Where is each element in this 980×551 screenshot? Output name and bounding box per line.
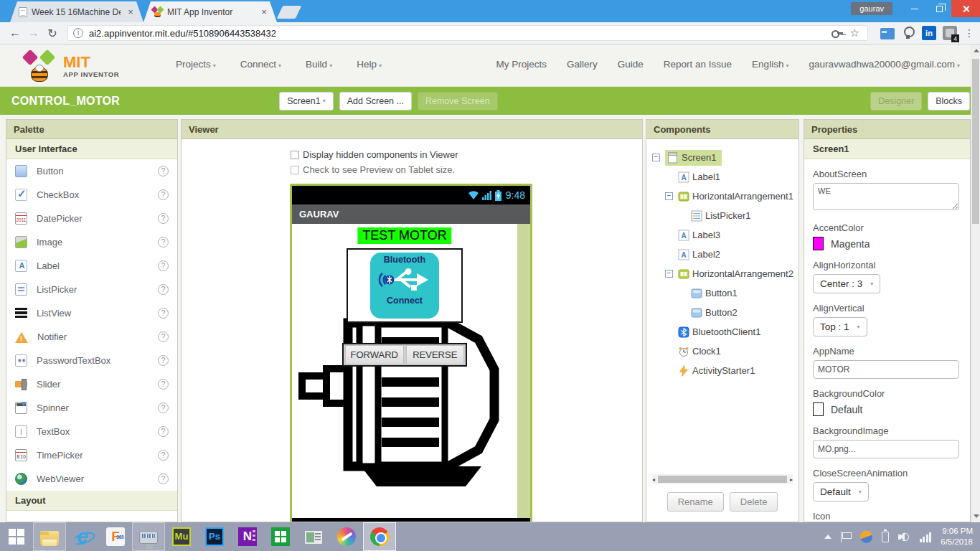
link-gallery[interactable]: Gallery [567, 59, 598, 70]
add-screen-button[interactable]: Add Screen ... [339, 92, 412, 110]
help-icon[interactable]: ? [158, 308, 169, 319]
default-color-swatch[interactable] [813, 402, 824, 416]
page-vertical-scrollbar[interactable] [971, 44, 980, 522]
bluetooth-listpicker[interactable]: Bluetooth Co [347, 248, 463, 323]
magenta-color-swatch[interactable] [813, 237, 824, 250]
tab-close-icon[interactable] [258, 6, 270, 18]
network-signal-icon[interactable] [920, 532, 932, 542]
bookmark-star-icon[interactable] [850, 27, 859, 39]
back-button[interactable]: ← [6, 27, 24, 39]
taskbar-file-explorer[interactable] [33, 522, 66, 551]
battery-icon[interactable] [882, 532, 889, 542]
help-icon[interactable]: ? [158, 426, 169, 437]
taskbar-fusion360[interactable] [99, 522, 132, 551]
palette-item-image[interactable]: Image? [6, 230, 177, 254]
designer-toggle-button[interactable]: Designer [870, 92, 922, 110]
help-icon[interactable]: ? [158, 213, 169, 224]
remove-screen-button[interactable]: Remove Screen [418, 92, 498, 110]
help-icon[interactable]: ? [158, 166, 169, 176]
link-my-projects[interactable]: My Projects [496, 59, 547, 70]
palette-item-button[interactable]: Button? [6, 159, 177, 183]
reverse-button[interactable]: REVERSE [406, 345, 465, 364]
taskbar-display-settings[interactable] [297, 522, 330, 551]
extension-window-icon[interactable] [880, 28, 895, 39]
tree-item-horizontalarrangement1[interactable]: HorizontalArrangement1 [646, 187, 798, 206]
window-minimize-button[interactable] [903, 0, 927, 17]
link-guide[interactable]: Guide [618, 59, 644, 70]
tree-item-button1[interactable]: Button1 [646, 283, 798, 303]
extension-lightbulb-icon[interactable] [901, 26, 915, 40]
taskbar-remote-desktop[interactable] [132, 522, 165, 551]
help-icon[interactable]: ? [158, 379, 169, 390]
help-icon[interactable]: ? [158, 260, 169, 271]
address-bar[interactable]: ai2.appinventor.mit.edu/#510890644353843… [67, 25, 868, 41]
taskbar-internet-explorer[interactable] [66, 522, 99, 551]
tablet-preview-checkbox[interactable] [291, 166, 299, 174]
url-text[interactable]: ai2.appinventor.mit.edu/#510890644353843… [89, 28, 827, 39]
backgroundimage-input[interactable] [813, 440, 959, 458]
palette-item-listview[interactable]: ListView? [6, 301, 177, 325]
tree-item-screen1[interactable]: Screen1 [646, 148, 798, 167]
scrollbar-thumb[interactable] [972, 59, 979, 224]
language-selector[interactable]: English [752, 59, 788, 70]
palette-item-checkbox[interactable]: CheckBox? [6, 183, 177, 207]
test-motor-label[interactable]: TEST MOTOR [357, 227, 451, 244]
link-report-issue[interactable]: Report an Issue [664, 59, 732, 70]
palette-item-listpicker[interactable]: ListPicker? [6, 278, 177, 301]
window-close-button[interactable] [951, 0, 980, 17]
menu-build[interactable]: Build [306, 59, 332, 70]
accentcolor-picker[interactable]: Magenta [813, 237, 961, 250]
appname-input[interactable] [813, 360, 959, 379]
help-icon[interactable]: ? [158, 402, 169, 413]
reload-button[interactable]: ↻ [43, 27, 62, 40]
palette-item-slider[interactable]: Slider? [6, 372, 177, 396]
new-tab-button[interactable] [277, 6, 301, 19]
extension-icon[interactable]: 4 [943, 26, 957, 40]
site-info-icon[interactable] [73, 28, 83, 38]
hidden-components-checkbox[interactable] [291, 151, 299, 159]
action-center-flag-icon[interactable] [841, 532, 851, 542]
menu-projects[interactable]: Projects [176, 59, 216, 70]
tree-item-button2[interactable]: Button2 [646, 303, 798, 322]
help-icon[interactable]: ? [158, 237, 169, 248]
alignhorizontal-dropdown[interactable]: Center : 3 [813, 274, 880, 293]
volume-icon[interactable] [898, 532, 910, 542]
password-key-icon[interactable] [831, 27, 843, 39]
rename-button[interactable]: Rename [667, 492, 724, 512]
tab-close-icon[interactable] [125, 6, 136, 18]
scroll-right-icon[interactable]: ▸ [790, 476, 793, 483]
backgroundcolor-picker[interactable]: Default [813, 402, 961, 416]
scroll-down-icon[interactable] [974, 514, 979, 518]
palette-item-timepicker[interactable]: TimePicker? [6, 443, 177, 467]
aboutscreen-textarea[interactable]: WE [813, 183, 959, 210]
menu-help[interactable]: Help [357, 59, 382, 70]
taskbar-chrome[interactable] [363, 522, 396, 551]
palette-section-user-interface[interactable]: User Interface [6, 139, 177, 159]
tray-show-hidden-icons[interactable] [824, 534, 831, 539]
palette-item-webviewer[interactable]: WebViewer? [6, 467, 177, 491]
forward-button[interactable]: → [24, 27, 43, 39]
linkedin-extension-icon[interactable] [922, 26, 936, 40]
collapse-icon[interactable] [665, 192, 673, 200]
tree-item-label3[interactable]: A Label3 [646, 225, 798, 245]
browser-profile-button[interactable]: gaurav [851, 2, 892, 15]
collapse-icon[interactable] [652, 154, 660, 161]
start-button[interactable] [0, 522, 33, 551]
blocks-toggle-button[interactable]: Blocks [928, 92, 970, 110]
palette-item-textbox[interactable]: TextBox? [6, 420, 177, 443]
palette-item-notifier[interactable]: Notifier? [6, 325, 177, 349]
taskbar-krita[interactable] [330, 522, 363, 551]
scrollbar-thumb[interactable] [658, 476, 787, 483]
menu-connect[interactable]: Connect [240, 59, 281, 70]
palette-item-datepicker[interactable]: DatePicker? [6, 207, 177, 230]
tree-item-listpicker1[interactable]: ListPicker1 [646, 206, 798, 225]
help-icon[interactable]: ? [158, 189, 169, 200]
account-menu[interactable]: gauravwadhwa20000@gmail.com [809, 59, 960, 70]
taskbar-adobe-muse[interactable] [165, 522, 198, 551]
forward-button[interactable]: FORWARD [345, 345, 404, 364]
alignvertical-dropdown[interactable]: Top : 1 [813, 317, 867, 336]
delete-button[interactable]: Delete [730, 492, 778, 512]
tree-item-label2[interactable]: A Label2 [646, 245, 798, 264]
taskbar-windows-store[interactable] [264, 522, 297, 551]
palette-section-layout[interactable]: Layout [6, 491, 177, 511]
